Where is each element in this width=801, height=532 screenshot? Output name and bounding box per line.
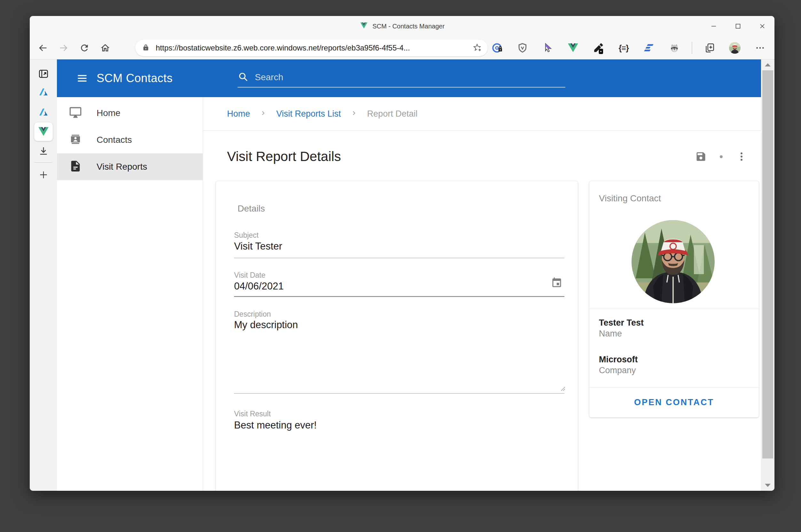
window-title-group: SCM - Contacts Manager: [30, 21, 775, 31]
url-input[interactable]: [155, 43, 472, 53]
subject-input[interactable]: Visit Tester: [234, 241, 282, 252]
raccoon-extension-icon[interactable]: [667, 40, 682, 56]
add-favorite-star-icon[interactable]: [472, 42, 482, 53]
vertical-scrollbar[interactable]: [761, 59, 775, 491]
details-card: Details Subject Visit Tester Visit Date …: [216, 181, 578, 491]
sidebar-item-home[interactable]: Home: [57, 100, 203, 127]
app-toolbar: SCM Contacts: [57, 59, 761, 97]
sidebar-item-contacts[interactable]: Contacts: [57, 127, 203, 153]
site-security-lock-icon[interactable]: [142, 43, 150, 53]
json-formatter-extension-icon[interactable]: {≡}: [616, 40, 632, 56]
contact-company-value: Microsoft: [599, 355, 638, 365]
visit-date-underline: [234, 296, 564, 297]
save-button[interactable]: [695, 151, 707, 162]
browser-toolbar: {≡}: [30, 36, 775, 59]
minimize-button[interactable]: [702, 16, 726, 36]
hamburger-menu-icon[interactable]: [71, 67, 93, 90]
page-actions: [695, 151, 747, 162]
downloads-icon[interactable]: [34, 142, 53, 160]
contact-name-label: Name: [599, 329, 622, 339]
visiting-contact-card: Visiting Contact: [589, 181, 759, 417]
back-button[interactable]: [34, 39, 52, 57]
chevron-right-icon: [350, 110, 358, 118]
breadcrumb-home-link[interactable]: Home: [227, 109, 250, 119]
textarea-resize-handle[interactable]: [559, 384, 566, 392]
tab-azure-1-icon[interactable]: [34, 83, 53, 101]
browser-nav-buttons: [34, 39, 114, 57]
browser-window: SCM - Contacts Manager: [30, 16, 775, 491]
desktop-background: SCM - Contacts Manager: [0, 0, 801, 532]
scroll-up-arrow[interactable]: [765, 63, 771, 66]
extensions-row: {≡}: [489, 39, 768, 57]
app-title: SCM Contacts: [96, 72, 173, 85]
browser-titlebar: SCM - Contacts Manager: [30, 16, 775, 36]
sidebar-item-label: Visit Reports: [96, 162, 147, 172]
home-button[interactable]: [96, 39, 114, 57]
page-title: Visit Report Details: [227, 149, 341, 164]
details-heading: Details: [238, 204, 265, 214]
app-body: Home Contacts Visit Report: [57, 97, 761, 491]
changes-indicator-dot: [720, 155, 723, 158]
close-button[interactable]: [750, 16, 775, 36]
window-controls: [702, 16, 775, 36]
contact-company-label: Company: [599, 365, 636, 376]
monitor-icon: [69, 106, 82, 120]
contact-card-heading: Visiting Contact: [599, 193, 661, 204]
tab-azure-2-icon[interactable]: [34, 103, 53, 121]
sidebar-item-visit-reports[interactable]: Visit Reports: [57, 153, 203, 180]
subject-underline: [234, 258, 564, 258]
visit-date-label: Visit Date: [234, 271, 266, 280]
forward-button[interactable]: [54, 39, 73, 57]
maximize-button[interactable]: [726, 16, 750, 36]
breadcrumb: Home Visit Reports List Report Detail: [227, 97, 418, 130]
stream-extension-icon[interactable]: [641, 40, 657, 56]
address-bar[interactable]: [135, 40, 488, 56]
contact-name-value: Tester Test: [599, 318, 644, 328]
collections-icon[interactable]: [702, 40, 717, 56]
browser-body: SCM Contacts: [30, 59, 775, 491]
new-tab-button[interactable]: [34, 166, 53, 184]
visit-result-input[interactable]: Best meeting ever!: [234, 420, 316, 431]
selector-cursor-extension-icon[interactable]: [540, 40, 556, 56]
subject-label: Subject: [234, 231, 259, 240]
profile-avatar[interactable]: [727, 40, 743, 56]
sidebar-item-label: Contacts: [96, 135, 132, 145]
calendar-icon[interactable]: [551, 277, 562, 288]
settings-more-icon[interactable]: [752, 40, 768, 56]
chevron-right-icon: [260, 110, 267, 118]
tab-scm-contacts-active-icon[interactable]: [34, 122, 53, 141]
vue-devtools-extension-icon[interactable]: [565, 40, 581, 56]
description-underline: [234, 393, 564, 394]
visit-result-label: Visit Result: [234, 410, 271, 418]
favicon-vue-icon: [360, 21, 368, 31]
refresh-button[interactable]: [75, 39, 94, 57]
scroll-down-arrow[interactable]: [765, 484, 771, 487]
contact-card-divider: [589, 309, 759, 309]
breadcrumb-current: Report Detail: [367, 109, 418, 119]
page-title-row: Visit Report Details: [227, 142, 747, 171]
password-manager-extension-icon[interactable]: [489, 40, 505, 56]
tabstrip-divider: [34, 162, 52, 163]
page-viewport: SCM Contacts: [57, 59, 761, 491]
scrollbar-thumb[interactable]: [762, 70, 773, 458]
main-content: Home Visit Reports List Report Detail Vi…: [203, 97, 761, 491]
shield-extension-icon[interactable]: [514, 40, 530, 56]
search-icon: [238, 71, 249, 83]
content-divider: [203, 130, 761, 131]
search-input[interactable]: [254, 72, 565, 83]
tab-actions-menu-icon[interactable]: [34, 64, 53, 83]
window-title: SCM - Contacts Manager: [372, 23, 445, 30]
breadcrumb-visit-reports-link[interactable]: Visit Reports List: [276, 109, 341, 119]
description-textarea[interactable]: My description: [234, 319, 298, 331]
contact-photo: [632, 220, 715, 303]
navigation-drawer: Home Contacts Visit Report: [57, 97, 203, 491]
vertical-tab-strip: [30, 59, 57, 491]
search-field[interactable]: [238, 68, 565, 88]
sidebar-item-label: Home: [96, 108, 121, 118]
color-picker-extension-icon[interactable]: [590, 40, 606, 56]
kebab-menu-icon[interactable]: [736, 151, 747, 162]
contact-card-icon: [69, 133, 82, 147]
document-icon: [69, 160, 82, 174]
visit-date-input[interactable]: 04/06/2021: [234, 281, 284, 292]
open-contact-button[interactable]: OPEN CONTACT: [589, 387, 759, 417]
